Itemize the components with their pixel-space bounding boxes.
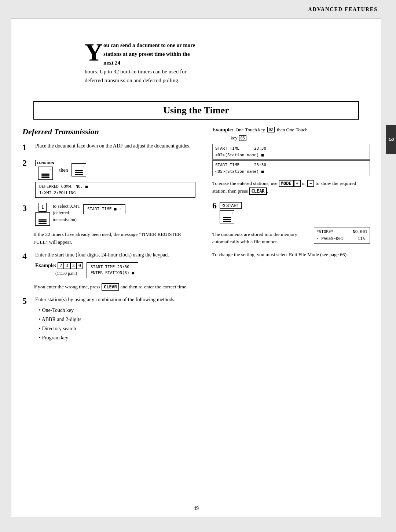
fax-arrow: ↑ (50, 168, 51, 172)
deferred-heading: Deferred Transmission (22, 127, 195, 136)
right-column: Example: One-Touch key 02 then One-Touch… (203, 127, 370, 348)
step-3: 3 1 (22, 203, 195, 226)
right-lcd-group: START TIME 23:30 <02>(Station name) ■ ST… (212, 144, 370, 176)
step-4-number: 4 (22, 251, 33, 262)
step-6-fax-icon: ↑ (220, 210, 234, 223)
method-directory: Directory search (39, 325, 195, 332)
fax-arrow-3: ↑ (231, 212, 233, 215)
then-label: then (59, 166, 68, 174)
key-sup-05: 05 (239, 135, 246, 141)
step-2-keys: FUNCTION ↑ then (35, 160, 195, 180)
minus-key-ref: − (307, 180, 314, 187)
section-title-box: Using the Timer (33, 101, 359, 120)
step-1-content: Place the document face down on the ADF … (35, 142, 195, 150)
step-2-lcd: DEFERRED COMM. NO.-■1:XMT 2:POLLING (35, 182, 195, 198)
left-column: Deferred Transmission 1 Place the docume… (22, 127, 203, 348)
function-key-icon: ↑ (38, 167, 53, 180)
page-wrapper: 3 ADVANCED FEATURES Y ou can send a docu… (0, 0, 396, 532)
key-3b: 3 (70, 262, 77, 269)
page-content: Y ou can send a document to one or more … (11, 18, 381, 517)
section-tab: 3 (386, 125, 396, 154)
step-2: 2 FUNCTION (22, 158, 195, 198)
step-3-number: 3 (22, 203, 33, 214)
wrong-time-note: If you enter the wrong time, press CLEAR… (33, 283, 195, 291)
start-button[interactable]: ✿ START (220, 202, 242, 209)
methods-list: One-Touch key ABBR and 2-digits Director… (35, 306, 195, 342)
intro-section: Y ou can send a document to one or more … (11, 19, 381, 92)
step-4: 4 Enter the start time (four digits, 24-… (22, 251, 195, 278)
key-sup-02: 02 (267, 127, 275, 132)
start-icon: ✿ (222, 203, 225, 207)
step-4-keys: 2330 (58, 263, 83, 268)
step-6-store-section: The documents are stored into the memory… (212, 227, 370, 246)
step-4-note: (11:30 p.m.) (55, 271, 77, 276)
method-one-touch: One-Touch key (39, 306, 195, 314)
step-3-lcd: START TIME ■ : (83, 204, 125, 214)
lcd-display-2: START TIME 23:30 <05>(Station name) ■ (212, 160, 370, 176)
method-abbr: ABBR and 2-digits (39, 316, 195, 323)
step-5: 5 Enter station(s) by using any combinat… (22, 296, 195, 343)
method-program: Program key (39, 334, 195, 342)
start-button-area: ✿ START (220, 202, 242, 209)
clear-key-ref2: CLEAR (249, 187, 267, 195)
clear-key-ref: CLEAR (102, 283, 119, 291)
timer-note: If the 32 timers have already been used,… (33, 231, 195, 246)
key-2: 2 (58, 262, 64, 269)
section-title: Using the Timer (41, 105, 351, 116)
plus-key-ref: + (294, 180, 301, 187)
step-3-key-icon (35, 212, 50, 226)
start-label: START (226, 203, 239, 208)
step-3-text: to select XMT(deferredtransmission). (53, 203, 80, 223)
key-3a: 3 (64, 262, 70, 269)
step-3-content: 1 (35, 203, 195, 226)
step-4-lcd: START TIME 23:30ENTER STATION(S) ■ (87, 262, 138, 278)
two-column-layout: Deferred Transmission 1 Place the docume… (11, 127, 381, 348)
step-6: 6 ✿ START (212, 200, 370, 223)
step-2-number: 2 (22, 158, 33, 168)
page-header: ADVANCED FEATURES (308, 7, 378, 12)
header-title: ADVANCED FEATURES (308, 7, 378, 12)
right-example-text: One-Touch key (236, 127, 265, 133)
step-1: 1 Place the document face down on the AD… (22, 142, 195, 153)
arrow-key-icon: ↑ (72, 163, 86, 176)
step-4-content: Enter the start time (four digits, 24-ho… (35, 251, 195, 278)
step-2-content: FUNCTION ↑ then (35, 158, 195, 198)
step-6-number: 6 (212, 200, 217, 211)
right-example-section: Example: One-Touch key 02 then One-Touch… (212, 127, 370, 195)
page-number: 49 (11, 506, 381, 511)
step-5-number: 5 (22, 296, 33, 306)
change-note: To change the setting, you must select E… (212, 251, 370, 258)
key-0: 0 (77, 262, 83, 269)
store-display: *STORE* NO.001 · PAGES=001 11% (314, 227, 370, 244)
step-1-number: 1 (22, 142, 33, 153)
lcd-display-1: START TIME 23:30 <02>(Station name) ■ (212, 144, 370, 160)
erase-note: To erase the entered stations, use MODE+… (212, 180, 370, 195)
tab-number: 3 (387, 138, 395, 141)
step-6-content: ✿ START ↑ (220, 200, 242, 223)
then-one-touch: then One-Touch (277, 127, 308, 133)
right-example-label: Example: (212, 127, 234, 133)
fax-arrow-2: ↑ (83, 165, 85, 169)
select-key: 1 (38, 203, 46, 212)
step-5-content: Enter station(s) by using any combinatio… (35, 296, 195, 343)
function-label: FUNCTION (35, 160, 56, 167)
mode-key-ref: MODE (279, 180, 294, 187)
drop-cap: Y (85, 42, 103, 62)
step-6-note: The documents are stored into the memory… (212, 231, 310, 246)
step-4-example-label: Example: (35, 263, 58, 268)
key-label: key (231, 135, 238, 141)
